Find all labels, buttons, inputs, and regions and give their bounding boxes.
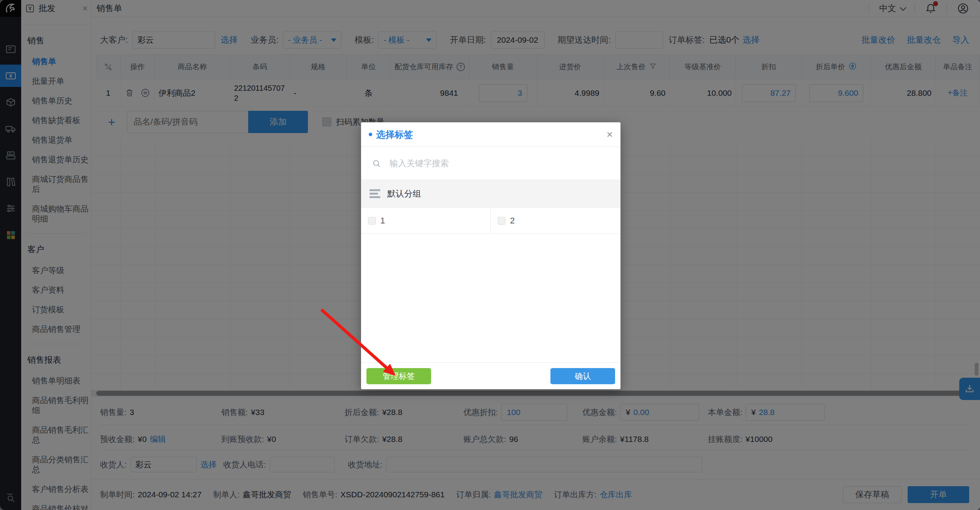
select-tag-modal: 选择标签 × 默认分组 1 2 管理标签 确认 (361, 122, 620, 389)
title-dot-icon (369, 133, 372, 136)
tag-item-2[interactable]: 2 (491, 208, 620, 233)
app-window: 批发 × 销售 销售单 批量开单 销售单历史 销售缺货看板 销售退货单 销售退货… (0, 0, 980, 510)
checkbox[interactable] (368, 217, 376, 225)
tag-label: 1 (380, 216, 385, 226)
tag-search-input[interactable] (390, 158, 610, 168)
tag-item-1[interactable]: 1 (361, 208, 491, 233)
tag-label: 2 (510, 216, 515, 226)
checkbox[interactable] (498, 217, 505, 225)
tag-group-header[interactable]: 默认分组 (361, 180, 620, 208)
manage-tags-button[interactable]: 管理标签 (366, 368, 431, 384)
group-list-icon (370, 189, 380, 198)
modal-header: 选择标签 × (361, 122, 620, 147)
search-icon (372, 159, 381, 168)
modal-footer: 管理标签 确认 (361, 362, 620, 389)
close-icon[interactable]: × (607, 129, 613, 140)
confirm-button[interactable]: 确认 (550, 368, 615, 384)
modal-title: 选择标签 (376, 128, 413, 141)
group-name: 默认分组 (387, 188, 421, 200)
modal-empty-area (361, 234, 620, 362)
tag-items-row: 1 2 (361, 208, 620, 234)
tag-search-row (361, 147, 620, 180)
